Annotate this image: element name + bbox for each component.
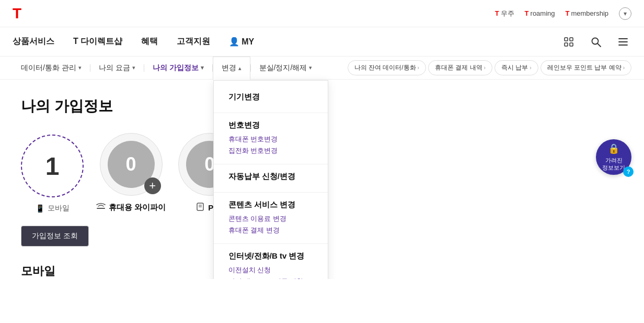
ql-arrow-icon-3: › [530, 65, 531, 71]
t-membership-link[interactable]: T membership [566, 9, 608, 17]
svg-rect-3 [570, 43, 573, 46]
dropdown-section-content: 콘텐츠 서비스 변경 콘텐츠 이용료 변경 휴대폰 결제 변경 [214, 197, 328, 239]
sub-nav: 데이터/통화 관리 ▾ 나의 요금 ▾ 나의 가입정보 ▾ 변경 ▴ 기기변경 … [0, 57, 644, 80]
chevron-up-icon: ▴ [238, 65, 242, 72]
dropdown-title-internet: 인터넷/전화/B tv 변경 [228, 251, 313, 261]
svg-line-5 [597, 43, 601, 47]
ql-data[interactable]: 나의 잔여 데이터/통화 › [348, 60, 426, 75]
t-prefix-roaming: T [525, 9, 529, 17]
user-menu-btn[interactable]: ▾ [619, 7, 631, 20]
wifi-add-btn[interactable]: + [144, 177, 161, 194]
wifi-circle-outer: 0 + [100, 133, 163, 196]
dropdown-section-device: 기기변경 [214, 89, 328, 108]
ql-arrow-icon-4: › [623, 65, 625, 71]
dropdown-link-phone-pay[interactable]: 휴대폰 결제 변경 [228, 225, 313, 236]
nav-my[interactable]: 👤 MY [229, 37, 254, 47]
ql-arrow-icon: › [418, 65, 419, 71]
ql-payment[interactable]: 휴대폰 결제 내역 › [428, 60, 492, 75]
main-nav-icons [560, 34, 631, 50]
dropdown-link-content-fee[interactable]: 콘텐츠 이용료 변경 [228, 213, 313, 225]
store-icon[interactable] [560, 34, 577, 50]
dropdown-title-content: 콘텐츠 서비스 변경 [228, 200, 313, 210]
dropdown-section-autopay: 자동납부 신청/변경 [214, 169, 328, 188]
top-bar-links: T 우주 T roaming T membership ▾ [495, 7, 631, 20]
t-wooju-link[interactable]: T 우주 [495, 9, 514, 18]
dropdown-link-home-num[interactable]: 집전화 번호변경 [228, 145, 313, 157]
subnav-suspend[interactable]: 분실/정지/해제 ▾ [251, 57, 321, 80]
nav-benefits[interactable]: 혜택 [141, 36, 158, 47]
nav-products[interactable]: 상품서비스 [13, 36, 54, 47]
dropdown-link-move-install[interactable]: 이전설치 신청 [228, 264, 313, 276]
quick-links: 나의 잔여 데이터/통화 › 휴대폰 결제 내역 › 즉시 납부 › 레인보우 … [348, 60, 631, 75]
dropdown-title-autopay[interactable]: 자동납부 신청/변경 [228, 172, 313, 182]
pps-icon [196, 202, 205, 213]
svg-rect-2 [565, 43, 568, 46]
dropdown-title-device[interactable]: 기기변경 [228, 92, 313, 102]
t-roaming-link[interactable]: T roaming [525, 9, 555, 17]
info-query-btn[interactable]: 가입정보 조회 [21, 226, 89, 247]
mobile-label: 📱 모바일 [36, 204, 70, 213]
mobile-count-circle: 1 [21, 135, 84, 197]
nav-direct-shop[interactable]: T 다이렉트샵 [73, 36, 122, 47]
t-prefix-membership: T [566, 9, 570, 17]
ql-arrow-icon-2: › [484, 65, 486, 71]
ql-pay-now[interactable]: 즉시 납부 › [494, 60, 538, 75]
subnav-my-subscription[interactable]: 나의 가입정보 ▾ [144, 57, 212, 80]
floating-help-icon[interactable]: ? [623, 166, 634, 177]
subnav-data-call[interactable]: 데이터/통화 관리 ▾ [13, 57, 90, 80]
wifi-card: 0 + 휴대용 와이파이 [96, 133, 166, 213]
dropdown-link-home-pc-tv[interactable]: 가정 내 PC/TV 이동 신청 [228, 276, 313, 280]
chevron-down-icon-2: ▾ [132, 64, 135, 71]
chevron-down-icon: ▾ [78, 64, 82, 71]
ql-rainbow[interactable]: 레인보우 포인트 납부 예약 › [540, 60, 631, 75]
main-nav-items: 상품서비스 T 다이렉트샵 혜택 고객지원 👤 MY [13, 36, 254, 47]
subnav-change[interactable]: 변경 ▴ 기기변경 번호변경 휴대폰 번호변경 집전화 번호변경 자동납부 신청… [213, 57, 250, 80]
menu-icon[interactable] [615, 34, 631, 50]
svg-rect-0 [565, 38, 568, 41]
subnav-my-plan[interactable]: 나의 요금 ▾ [90, 57, 144, 80]
t-prefix: T [495, 9, 499, 17]
change-dropdown: 기기변경 번호변경 휴대폰 번호변경 집전화 번호변경 자동납부 신청/변경 콘… [213, 80, 328, 280]
chevron-down-icon-5: ▾ [309, 64, 312, 71]
floating-btn-label: 가려진정보보기 [602, 157, 625, 172]
wifi-label: 휴대용 와이파이 [96, 202, 166, 213]
chevron-down-icon-3: ▾ [201, 64, 204, 71]
main-nav: 상품서비스 T 다이렉트샵 혜택 고객지원 👤 MY [0, 27, 644, 57]
mobile-card: 1 📱 모바일 [21, 135, 84, 213]
my-icon: 👤 [229, 37, 239, 47]
nav-support[interactable]: 고객지원 [177, 36, 210, 47]
lock-icon: 🔒 [608, 143, 619, 154]
floating-hidden-info-btn[interactable]: 🔒 가려진정보보기 ? [596, 139, 631, 175]
dropdown-title-number: 번호변경 [228, 120, 313, 130]
svg-rect-9 [97, 208, 105, 209]
top-bar: T T 우주 T roaming T membership ▾ [0, 0, 644, 27]
logo[interactable]: T [13, 5, 20, 22]
mobile-icon: 📱 [36, 204, 44, 213]
svg-rect-1 [570, 38, 573, 41]
dropdown-link-mobile-num[interactable]: 휴대폰 번호변경 [228, 133, 313, 145]
dropdown-section-internet: 인터넷/전화/B tv 변경 이전설치 신청 가정 내 PC/TV 이동 신청 … [214, 248, 328, 280]
dropdown-section-number: 번호변경 휴대폰 번호변경 집전화 번호변경 [214, 117, 328, 160]
wifi-icon [96, 202, 106, 213]
search-icon[interactable] [588, 34, 604, 50]
